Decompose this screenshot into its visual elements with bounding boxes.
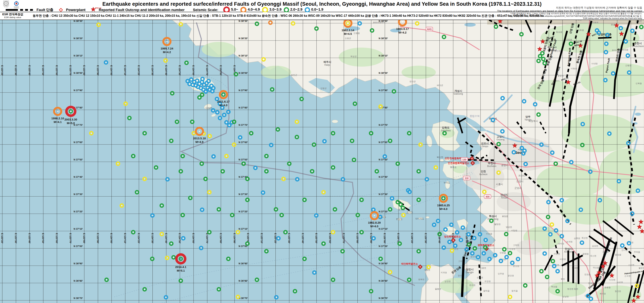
seismic-scale-ring — [284, 7, 289, 12]
place-label: 당진시 — [466, 268, 474, 271]
lon-label: E 123°20' — [1, 233, 4, 244]
event-magnitude-label: M=4.0 — [440, 207, 448, 210]
place-label: 화천읍 — [622, 48, 628, 51]
esr-note-1: * ESR 연대측정값 해설 : 1 ka는 1,000년 전을 의미하며 왼쪽… — [507, 12, 642, 15]
place-label: 해주시 — [324, 60, 331, 64]
lon-label: E 125°80' — [356, 233, 359, 244]
lat-label: N 37°10' — [74, 228, 83, 230]
place-label: 진천읍 — [584, 273, 591, 276]
lon-label: E 124°50' — [178, 233, 181, 244]
lat-label: N 37°70' — [239, 124, 248, 126]
lon-label: E 124°70' — [206, 233, 208, 244]
place-label: 합덕읍 — [484, 290, 490, 292]
place-label: Yangju — [524, 118, 531, 121]
event-magnitude-label: M=4.2 — [163, 50, 171, 54]
seismic-scale-label: 5.0~ — [231, 8, 238, 12]
lon-label: E 123°40' — [28, 233, 31, 244]
seismic-scale-ring — [305, 7, 310, 12]
place-label: 광혜원 — [582, 253, 589, 255]
place-label: 면천면 — [469, 284, 476, 286]
lat-label: N 36°90' — [379, 262, 388, 265]
esr-label-en: ESR dating value — [2, 16, 23, 18]
lat-label: N 38°30' — [74, 20, 83, 22]
lat-label: N 36°90' — [239, 262, 248, 265]
place-label: 부천시 — [488, 162, 496, 165]
event-magnitude-label: M=4.9 — [196, 140, 204, 144]
place-label: 개성시 — [454, 90, 462, 92]
powerplant-legend-label: Powerplant — [66, 8, 86, 12]
lon-label: E 123°30' — [14, 65, 17, 76]
event-magnitude-label: M=4.2 — [398, 31, 406, 34]
lon-label: E 123°90' — [96, 233, 99, 244]
place-label: 보개면 — [566, 240, 573, 243]
place-label: 신원군 — [345, 37, 351, 40]
lon-label: E 125°60' — [329, 233, 331, 244]
place-label: 안중읍 — [500, 252, 506, 254]
place-label: 오성면 — [509, 248, 516, 250]
lat-label: N 38°20' — [239, 37, 248, 40]
lat-label: N 38°20' — [74, 37, 83, 40]
fault-legend-label: Fault 단층 — [36, 8, 54, 12]
place-label: 서운면 — [560, 258, 566, 260]
outcrop-legend-label: Reported Fault Outcrop and identificatio… — [99, 8, 184, 12]
event-date-label: 1982.8.29 — [368, 221, 381, 224]
place-label: 간동면 — [625, 64, 632, 66]
lon-label: E 124°00' — [110, 65, 113, 76]
lat-label: N 37°50' — [74, 158, 83, 161]
place-label: 둔포면 — [513, 265, 519, 267]
place-label: Haeju — [324, 64, 330, 66]
place-label: 대이작도 — [416, 218, 424, 220]
place-label: Incheon — [480, 173, 488, 176]
event-date-label: 1985.6.25 — [437, 204, 450, 207]
place-label: 영종도 — [450, 166, 457, 168]
place-label: 지곡면 — [441, 272, 447, 274]
place-label: 팔탄면 — [494, 223, 501, 225]
lat-label: N 37°40' — [379, 176, 388, 178]
place-label: 고덕면 — [513, 244, 519, 246]
lat-label: N 37°40' — [74, 176, 83, 178]
lat-label: N 38°00' — [74, 72, 83, 74]
lon-label: E 124°40' — [165, 233, 168, 244]
place-label: 사내면 — [592, 62, 598, 65]
fault-outcrop-id: CHU 11-1 — [548, 46, 556, 48]
esr-note-3: "ESR dating value" indicates the moment … — [507, 17, 642, 20]
lat-label: N 37°90' — [74, 89, 83, 92]
place-label: 원북면 — [418, 278, 424, 280]
place-label: 인천 — [481, 170, 486, 173]
place-label: 시흥시 — [496, 183, 503, 186]
lon-label: E 124°20' — [138, 233, 140, 244]
place-label: 근동면 — [592, 21, 598, 24]
map-canvas[interactable]: E 123°20'E 123°30'E 123°40'E 123°50'E 12… — [0, 20, 644, 303]
lon-label: E 123°50' — [42, 233, 44, 244]
disclaimer-ko: 지진의 위치는 대한민국 기상청의 데이터에 근거하며 정확하지 않을 수 있음 — [497, 6, 642, 10]
lat-label: N 37°50' — [379, 158, 388, 161]
event-magnitude-label: M=5.1 — [177, 269, 185, 272]
place-label: 우정읍 — [486, 232, 492, 235]
lon-label: E 125°10' — [260, 233, 263, 244]
lon-label: E 124°50' — [178, 65, 181, 76]
place-label: 화성시 — [489, 215, 497, 218]
place-label: 북면 — [561, 278, 565, 280]
place-label: 주덕읍 — [634, 251, 640, 253]
lat-label: N 36°70' — [379, 297, 388, 300]
place-label: 서탄면 — [511, 229, 518, 232]
lat-label: N 37°10' — [239, 228, 248, 230]
event-magnitude-label: M=5.0 — [67, 122, 75, 125]
place-label: 영중면 — [558, 74, 564, 77]
lon-label: E 125°30' — [288, 233, 290, 244]
place-label: 염치읍 — [512, 290, 518, 292]
powerplant-label: 인천복합화력발전소 — [448, 162, 470, 164]
esr-note-2: 자세한 내용은 한국어 위키백과 (https://ko.wikipedia.o… — [507, 15, 642, 17]
place-label: 신북읍 — [636, 82, 642, 84]
lon-label: E 124°80' — [220, 65, 222, 76]
place-label: 근북면 — [576, 20, 582, 21]
svg-text:110: 110 — [465, 177, 468, 180]
event-date-label: 1983.9.17 — [396, 27, 409, 30]
seismic-scale-ring — [262, 7, 268, 13]
lat-label: N 37°80' — [239, 106, 248, 109]
place-label: 양감면 — [506, 226, 512, 228]
lat-label: N 37°00' — [74, 245, 83, 248]
lon-label: E 124°70' — [206, 65, 208, 76]
lat-label: N 37°90' — [379, 89, 388, 92]
lon-label: E 124°10' — [124, 65, 126, 76]
